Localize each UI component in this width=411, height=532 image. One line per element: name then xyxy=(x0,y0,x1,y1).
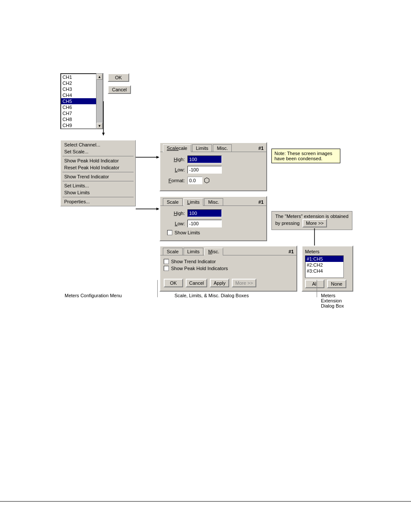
section-divider-1 xyxy=(157,280,158,297)
note-callout: Note: These screen images have been cond… xyxy=(271,149,340,163)
menu-separator-2 xyxy=(62,172,134,172)
limits-tab-misc[interactable]: Misc. xyxy=(204,198,223,205)
limits-tab-scale[interactable]: Scale xyxy=(163,198,183,205)
misc-tab-scale[interactable]: Scale xyxy=(163,248,183,255)
show-limits-checkbox[interactable] xyxy=(167,230,172,235)
dialog-number-limits: #1 xyxy=(258,199,264,205)
low-label: Low: xyxy=(164,167,187,172)
scroll-track xyxy=(97,80,103,123)
context-menu: Select Channel... Set Scale... Show Peak… xyxy=(60,140,136,206)
high-label: High: xyxy=(164,157,187,162)
misc-dialog: Scale Limits Misc. #1 Show Trend Indicat… xyxy=(159,246,297,292)
caption-config-menu: Meters Configuration Menu xyxy=(65,293,122,298)
menu-item-properties[interactable]: Properties... xyxy=(61,198,135,205)
scale-dialog-content: High: Low: Format: ⬡ xyxy=(160,152,266,190)
arrow-to-scale-dialog xyxy=(136,153,162,162)
channel-scrollbar[interactable]: ▲ ▼ xyxy=(96,73,103,129)
caption-dialog-boxes: Scale, Limits, & Misc. Dialog Boxes xyxy=(174,293,249,298)
meters-item-3[interactable]: #3:CH4 xyxy=(305,268,343,274)
misc-dialog-content: Show Trend Indicator Show Peak Hold Indi… xyxy=(160,255,296,276)
limits-low-label: Low: xyxy=(164,221,187,226)
menu-item-show-peak[interactable]: Show Peak Hold Indicator xyxy=(61,157,135,164)
dialog-number-misc: #1 xyxy=(289,249,294,254)
menu-item-reset-peak[interactable]: Reset Peak Hold Indicator xyxy=(61,164,135,171)
show-peak-label: Show Peak Hold Indicators xyxy=(171,266,228,271)
limits-dialog-content: High: Low: Show Limits xyxy=(160,205,266,240)
meters-callout: The "Meters" extension is obtainedby pre… xyxy=(271,211,352,230)
svg-marker-1 xyxy=(102,133,105,136)
more-button-callout[interactable]: More >> xyxy=(302,219,327,227)
bottom-divider xyxy=(0,501,411,502)
scroll-up-arrow[interactable]: ▲ xyxy=(97,74,103,80)
misc-more-button[interactable]: More >> xyxy=(232,279,256,287)
menu-item-show-trend[interactable]: Show Trend Indicator xyxy=(61,173,135,180)
cancel-button[interactable]: Cancel xyxy=(108,85,131,94)
menu-item-set-limits[interactable]: Set Limits... xyxy=(61,182,135,189)
svg-marker-3 xyxy=(156,156,159,159)
show-peak-checkbox[interactable] xyxy=(164,266,169,271)
limits-high-input[interactable] xyxy=(187,209,222,217)
caption-extension-box: Meters Extension Dialog Box xyxy=(321,293,353,308)
high-input[interactable] xyxy=(187,156,222,163)
meters-item-2[interactable]: #2:CH2 xyxy=(305,262,343,268)
show-limits-label: Show Limits xyxy=(174,230,200,235)
note-text: Note: These screen images have been cond… xyxy=(274,151,332,161)
scale-dialog: Scalecale Limits Misc. #1 High: Low: For… xyxy=(159,142,267,191)
menu-separator-4 xyxy=(62,197,134,197)
meters-all-button[interactable]: All xyxy=(305,280,324,288)
channel-cancel-button[interactable]: Cancel xyxy=(108,85,131,94)
arrow-to-limits-dialog xyxy=(136,205,162,213)
tab-limits[interactable]: Limits xyxy=(192,144,212,152)
low-input[interactable] xyxy=(187,166,222,174)
limits-dialog: Scale Limits Misc. #1 High: Low: Show Li… xyxy=(159,196,267,241)
channel-ok-button[interactable]: OK xyxy=(108,73,129,82)
misc-dialog-buttons: OK Cancel Apply More >> xyxy=(160,276,296,291)
misc-cancel-button[interactable]: Cancel xyxy=(186,279,207,287)
section-divider-2 xyxy=(317,280,317,297)
meters-none-button[interactable]: None xyxy=(327,280,346,288)
menu-item-select-channel[interactable]: Select Channel... xyxy=(61,141,135,148)
spinner-arrows-icon[interactable]: ⬡ xyxy=(204,176,210,184)
meters-item-1[interactable]: #1:CH5 xyxy=(305,256,343,262)
ok-button[interactable]: OK xyxy=(108,73,129,82)
show-trend-label: Show Trend Indicator xyxy=(171,259,216,264)
svg-marker-5 xyxy=(156,208,159,210)
misc-tab-misc[interactable]: Misc. xyxy=(204,248,223,255)
menu-separator-3 xyxy=(62,181,134,181)
dialog-number-scale: #1 xyxy=(258,146,264,151)
tab-misc[interactable]: Misc. xyxy=(213,144,232,152)
limits-high-label: High: xyxy=(164,211,187,216)
meters-extension-box: Meters #1:CH5 #2:CH2 #3:CH4 All None xyxy=(302,246,353,292)
menu-item-set-scale[interactable]: Set Scale... xyxy=(61,148,135,155)
format-label: Format: xyxy=(164,178,187,183)
misc-apply-button[interactable]: Apply xyxy=(210,279,229,287)
misc-ok-button[interactable]: OK xyxy=(164,279,183,287)
tab-scale[interactable]: Scalecale xyxy=(163,144,191,152)
format-spinner[interactable]: ⬡ xyxy=(187,176,210,184)
format-input[interactable] xyxy=(187,177,202,184)
scroll-down-arrow[interactable]: ▼ xyxy=(97,123,103,129)
limits-tab-limits[interactable]: Limits xyxy=(184,198,204,206)
limits-low-input[interactable] xyxy=(187,220,222,227)
meters-action-buttons: All None xyxy=(305,280,350,288)
misc-tab-limits[interactable]: Limits xyxy=(184,248,204,255)
meters-title: Meters xyxy=(305,249,350,254)
menu-item-show-limits[interactable]: Show Limits xyxy=(61,189,135,196)
menu-separator-1 xyxy=(62,156,134,156)
meters-listbox[interactable]: #1:CH5 #2:CH2 #3:CH4 xyxy=(305,255,344,278)
show-trend-checkbox[interactable] xyxy=(164,259,169,264)
